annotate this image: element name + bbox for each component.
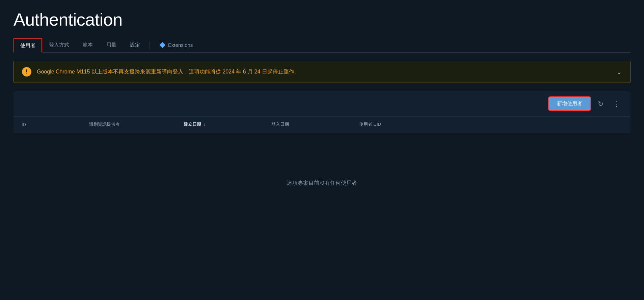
table-container: 新增使用者 ↻ ⋮ ID 識別資訊提供者 建立日期 ↓ 登入日期 使用者 UID <box>14 91 630 234</box>
col-header-uid: 使用者 UID <box>359 121 622 127</box>
tab-extensions[interactable]: Extensions <box>153 38 199 52</box>
add-user-button[interactable]: 新增使用者 <box>548 96 591 111</box>
table-toolbar: 新增使用者 ↻ ⋮ <box>14 91 630 116</box>
tab-usage[interactable]: 用量 <box>100 38 123 52</box>
warning-icon: ! <box>22 67 31 77</box>
warning-chevron-icon[interactable]: ⌄ <box>616 68 622 76</box>
col-header-login: 登入日期 <box>271 121 359 127</box>
table-body: 這項專案目前沒有任何使用者 <box>14 132 630 234</box>
page-title: Authentication <box>14 9 630 30</box>
refresh-button[interactable]: ↻ <box>595 97 606 111</box>
tab-settings[interactable]: 設定 <box>123 38 147 52</box>
extensions-label: Extensions <box>168 42 193 48</box>
more-options-button[interactable]: ⋮ <box>610 97 622 111</box>
col-header-provider: 識別資訊提供者 <box>89 121 184 127</box>
tab-users[interactable]: 使用者 <box>14 38 42 52</box>
warning-text: Google Chrome M115 以上版本不再支援跨來源重新導向登入，這項功… <box>37 68 300 76</box>
main-container: Authentication 使用者 登入方式 範本 用量 設定 Extensi… <box>0 0 644 234</box>
more-icon: ⋮ <box>613 100 620 108</box>
tabs-bar: 使用者 登入方式 範本 用量 設定 Extensions <box>14 38 630 53</box>
extensions-diamond-icon <box>159 42 165 48</box>
tab-login-methods[interactable]: 登入方式 <box>42 38 76 52</box>
warning-left: ! Google Chrome M115 以上版本不再支援跨來源重新導向登入，這… <box>22 67 300 77</box>
empty-message: 這項專案目前沒有任何使用者 <box>287 180 357 187</box>
col-header-id: ID <box>22 121 89 127</box>
tab-templates[interactable]: 範本 <box>76 38 100 52</box>
table-header: ID 識別資訊提供者 建立日期 ↓ 登入日期 使用者 UID <box>14 116 630 132</box>
tab-divider <box>150 41 150 49</box>
warning-banner: ! Google Chrome M115 以上版本不再支援跨來源重新導向登入，這… <box>14 61 630 83</box>
col-header-created[interactable]: 建立日期 ↓ <box>184 121 271 127</box>
sort-arrow-icon: ↓ <box>203 122 205 127</box>
refresh-icon: ↻ <box>598 100 603 108</box>
content-area: ! Google Chrome M115 以上版本不再支援跨來源重新導向登入，這… <box>14 61 630 234</box>
